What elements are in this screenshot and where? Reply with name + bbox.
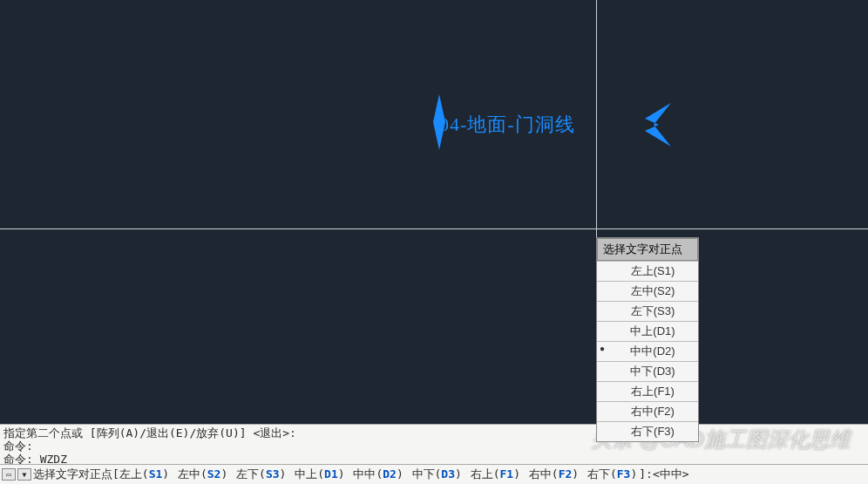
svg-marker-1 <box>645 103 671 147</box>
popup-item[interactable]: 右上(F1) <box>597 381 698 401</box>
command-input-line[interactable]: ▭ ▼ 选择文字对正点[ 左上(S1) 左中(S2) 左下(S3) 中上(D1)… <box>0 464 868 484</box>
command-dropdown-icon[interactable]: ▼ <box>17 468 31 481</box>
cmd-suffix: ]:<中中> <box>639 467 688 482</box>
cmd-option[interactable]: 左上(S1) <box>119 467 171 481</box>
cmd-option[interactable]: 左中(S2) <box>171 467 229 481</box>
popup-title: 选择文字对正点 <box>597 238 698 261</box>
popup-item[interactable]: 右下(F3) <box>597 421 698 441</box>
cmd-option[interactable]: 右中(F2) <box>522 467 580 481</box>
popup-item[interactable]: 左下(S3) <box>597 301 698 321</box>
popup-item[interactable]: 左上(S1) <box>597 261 698 281</box>
popup-item[interactable]: 左中(S2) <box>597 281 698 301</box>
drawing-text-label[interactable]: 04-地面-门洞线 <box>439 112 575 138</box>
popup-item[interactable]: 中下(D3) <box>597 361 698 381</box>
cmd-option[interactable]: 中中(D2) <box>347 467 405 481</box>
crosshair-horizontal <box>0 228 868 229</box>
cmd-prefix: 选择文字对正点[ <box>33 467 119 482</box>
command-box-icon[interactable]: ▭ <box>2 468 16 481</box>
cmd-option[interactable]: 右下(F3) <box>580 467 639 481</box>
cmd-option[interactable]: 左下(S3) <box>229 467 288 481</box>
cmd-option[interactable]: 中下(D3) <box>405 467 464 481</box>
popup-item[interactable]: 中上(D1) <box>597 321 698 341</box>
drawing-canvas[interactable]: 04-地面-门洞线 选择文字对正点 左上(S1)左中(S2)左下(S3)中上(D… <box>0 0 868 424</box>
cmd-option[interactable]: 右上(F1) <box>464 467 522 481</box>
text-justify-popup: 选择文字对正点 左上(S1)左中(S2)左下(S3)中上(D1)中中(D2)中下… <box>596 237 699 442</box>
cmd-options: 左上(S1) 左中(S2) 左下(S3) 中上(D1) 中中(D2) 中下(D3… <box>119 467 639 482</box>
anchor-arrow-right-icon <box>638 103 671 147</box>
cmd-option[interactable]: 中上(D1) <box>288 467 346 481</box>
popup-item[interactable]: 中中(D2) <box>597 341 698 361</box>
popup-item[interactable]: 右中(F2) <box>597 401 698 421</box>
